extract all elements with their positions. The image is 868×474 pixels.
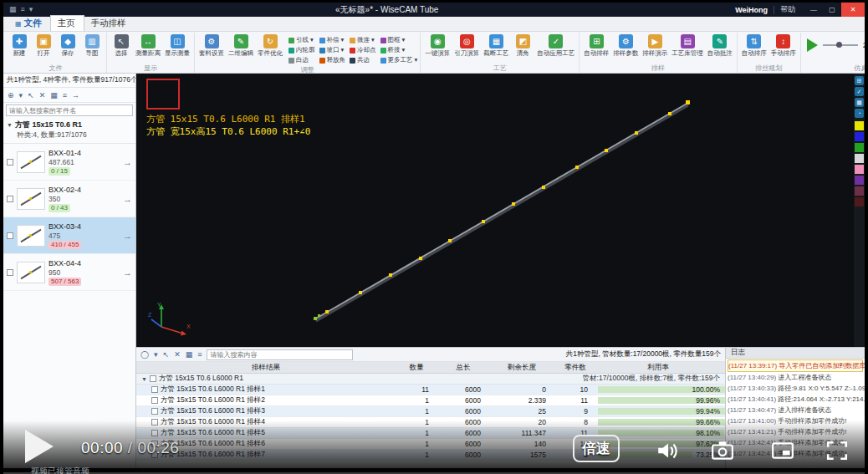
minimize-button[interactable]: — (804, 3, 823, 17)
parts-toolbar-icon[interactable]: ✕ (39, 91, 46, 99)
ribbon-small-button[interactable]: 坡口 ▾ (319, 45, 346, 55)
row-checkbox[interactable] (151, 386, 158, 393)
menu-tab[interactable]: 主页 (50, 15, 84, 31)
menu-tab[interactable]: 手动排样 (84, 16, 135, 31)
part-checkbox[interactable] (7, 159, 13, 166)
ribbon-button[interactable]: ◫ 显示测量 (163, 33, 191, 57)
color-swatch[interactable] (855, 132, 864, 141)
color-swatch[interactable] (855, 165, 864, 174)
ribbon-button[interactable]: ⇅ 自动排序 (740, 33, 768, 57)
ribbon-button[interactable]: ▤ 工艺库管理 (670, 33, 705, 57)
color-swatch[interactable] (855, 121, 864, 130)
log-title[interactable]: 日志 (726, 348, 865, 359)
row-checkbox[interactable] (151, 451, 158, 458)
strip-tool-icon[interactable]: ⊞ (855, 76, 864, 85)
ribbon-button[interactable]: ▦ 截断工艺 (482, 33, 510, 57)
quick-access-icon[interactable]: ▦ (9, 3, 17, 17)
row-checkbox[interactable] (151, 397, 158, 404)
header-utilization[interactable]: 利用率 (596, 363, 725, 373)
ribbon-small-button[interactable]: 引线 ▾ (288, 35, 315, 45)
simulation-speed-slider[interactable] (823, 41, 858, 49)
quick-access-icon[interactable]: ▾ (29, 3, 33, 17)
strip-tool-icon[interactable]: ✓ (855, 87, 864, 96)
ribbon-button[interactable]: ◎ 引刀演算 (452, 33, 481, 57)
nest-group-row[interactable]: ▼ 方管 15x15 T0.6 L6000 R1 管材:17/10000根, 排… (136, 374, 725, 385)
color-swatch[interactable] (855, 176, 864, 185)
ribbon-button[interactable]: ◉ 一键演算 (423, 33, 452, 57)
header-result[interactable]: 排样结果 (136, 363, 396, 373)
color-swatch[interactable] (855, 154, 864, 163)
part-checkbox[interactable] (7, 196, 13, 202)
nest-table-row[interactable]: 方管 15x15 T0.6 L6000 R1 排样1 11 6000 0 10 … (136, 385, 725, 395)
part-row[interactable]: BXX-03-4 475 410 / 455 → (3, 217, 135, 254)
nest-search-input[interactable] (207, 351, 352, 359)
ribbon-button[interactable]: ✚ 新建 (8, 33, 31, 57)
ribbon-button[interactable]: ✓ 自动应用工艺 (535, 33, 576, 57)
ribbon-button[interactable]: ↻ 零件优化 (256, 33, 284, 57)
nest-table-row[interactable]: 方管 15x15 T0.6 L6000 R1 排样5 1 6000 111.34… (136, 428, 725, 439)
part-detail-arrow[interactable]: → (123, 157, 132, 167)
header-length[interactable]: 总长 (437, 363, 489, 373)
part-checkbox[interactable] (7, 232, 13, 239)
ribbon-button[interactable]: ◆ 保存 (56, 33, 79, 57)
parts-search-input[interactable] (7, 107, 132, 115)
nest-table-row[interactable]: 方管 15x15 T0.6 L6000 R1 排样2 1 6000 2.339 … (136, 395, 725, 406)
simulation-play-button[interactable] (807, 38, 818, 52)
row-checkbox[interactable] (151, 430, 158, 436)
nest-table-row[interactable]: 方管 15x15 T0.6 L6000 R1 排样7 1 6000 1575 5… (136, 450, 725, 461)
part-detail-arrow[interactable]: → (123, 194, 132, 204)
ribbon-small-button[interactable]: 补偿 ▾ (319, 35, 346, 45)
parts-toolbar-icon[interactable]: ↖ (28, 91, 34, 99)
color-swatch[interactable] (855, 197, 864, 206)
ribbon-small-button[interactable]: 更多工艺 ▾ (380, 55, 418, 65)
ribbon-small-button[interactable]: 释放角 (319, 55, 346, 65)
parts-toolbar-icon[interactable]: ▦ (50, 91, 58, 99)
ribbon-button[interactable]: ↔ 测量距离 (134, 33, 162, 57)
menu-tab[interactable]: ▦ 文件 (8, 16, 50, 31)
parts-toolbar-icon[interactable]: → (72, 91, 79, 99)
color-swatch[interactable] (855, 186, 864, 196)
tree-expander-icon[interactable]: ▼ (7, 122, 13, 128)
viewport-3d[interactable]: 方管 15x15 T0.6 L6000 R1 排样1 方管 宽15x高15 T0… (136, 74, 854, 347)
row-checkbox[interactable] (151, 441, 158, 447)
quick-access-icon[interactable]: ≡ (21, 3, 25, 17)
ribbon-button[interactable]: ↕ 手动排序 (769, 33, 798, 57)
ribbon-button[interactable]: ⚙ 排样参数 (611, 33, 640, 57)
ribbon-button[interactable]: ✎ 二维编辑 (227, 33, 255, 57)
ribbon-button[interactable]: ↖ 选择 (110, 33, 133, 57)
strip-tool-icon[interactable]: ▦ (855, 98, 864, 107)
ribbon-button[interactable]: ▥ 导图 (80, 33, 104, 57)
group-expander-icon[interactable]: ▼ (141, 376, 147, 382)
maximize-button[interactable]: ▢ (823, 3, 841, 17)
slider-knob[interactable] (836, 42, 842, 48)
nest-table-row[interactable]: 方管 15x15 T0.6 L6000 R1 排样6 1 6000 140 10… (136, 439, 725, 450)
header-qty[interactable]: 数量 (396, 363, 437, 373)
row-checkbox[interactable] (151, 419, 158, 426)
part-detail-arrow[interactable]: → (123, 231, 132, 241)
ribbon-small-button[interactable]: 内轮廓 (288, 45, 315, 55)
ribbon-small-button[interactable]: 白边 (288, 55, 315, 65)
ribbon-button[interactable]: ▶ 排样演示 (641, 33, 669, 57)
help-button[interactable]: 帮助 (780, 4, 795, 15)
ribbon-small-button[interactable]: 图框 ▾ (380, 35, 418, 45)
parts-tree-node[interactable]: ▼ 方管 15x15 T0.6 R1 种类:4, 数量:917/1076 (3, 118, 135, 144)
row-checkbox[interactable] (151, 408, 158, 415)
parts-toolbar-icon[interactable]: ⊕ (8, 91, 14, 99)
strip-tool-icon[interactable]: ◔ (855, 109, 864, 118)
close-button[interactable]: ✕ (841, 3, 865, 17)
ribbon-small-button[interactable]: 微连 ▾ (350, 35, 376, 45)
ribbon-button[interactable]: ◩ 清角 (511, 33, 534, 57)
nest-table-row[interactable]: 方管 15x15 T0.6 L6000 R1 排样4 1 6000 20 8 9… (136, 417, 725, 428)
group-checkbox[interactable] (150, 375, 156, 382)
ribbon-button[interactable]: ⚙ 套料设置 (197, 33, 226, 57)
part-row[interactable]: BXX-02-4 350 0 / 43 → (3, 181, 135, 217)
part-checkbox[interactable] (7, 269, 13, 276)
ribbon-button[interactable]: ▣ 打开 (32, 33, 55, 57)
part-row[interactable]: BXX-01-4 487.661 0 / 15 → (3, 144, 135, 181)
ribbon-small-button[interactable]: 桥接 ▾ (380, 45, 418, 55)
ribbon-small-button[interactable]: 冷却点 (350, 45, 376, 55)
ribbon-button[interactable]: ⊞ 自动排样 (582, 33, 610, 57)
header-rest[interactable]: 剩余长度 (489, 363, 554, 373)
part-row[interactable]: BXX-04-4 950 507 / 563 → (3, 254, 135, 291)
header-parts[interactable]: 零件数 (554, 363, 596, 373)
